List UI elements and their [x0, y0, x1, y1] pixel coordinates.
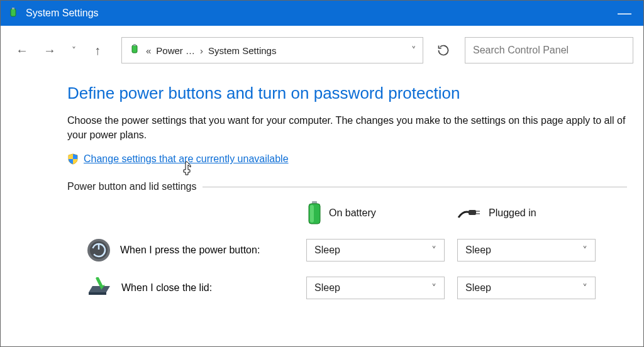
power-button-battery-value: Sleep: [314, 245, 340, 256]
address-dropdown[interactable]: ˅: [411, 45, 416, 56]
svg-rect-7: [469, 210, 476, 215]
row-power-button: When I press the power button: Sleep ˅ S…: [86, 238, 608, 263]
column-battery-label: On battery: [329, 207, 376, 219]
power-button-battery-select[interactable]: Sleep ˅: [306, 239, 445, 262]
lid-icon: [86, 277, 113, 299]
section-label: Power button and lid settings: [67, 181, 196, 192]
change-settings-link[interactable]: Change settings that are currently unava…: [84, 153, 289, 165]
plug-icon: [457, 206, 482, 220]
change-settings-row: Change settings that are currently unava…: [67, 153, 627, 165]
toolbar: ← → ˅ ↑ « Power … › System Settings ˅: [1, 26, 643, 69]
section-header: Power button and lid settings: [67, 181, 627, 192]
close-lid-battery-value: Sleep: [314, 282, 340, 294]
power-button-plugged-value: Sleep: [465, 245, 491, 256]
svg-rect-8: [476, 211, 480, 212]
app-icon: [7, 7, 19, 19]
power-table: On battery Plugged in: [86, 201, 608, 299]
back-button[interactable]: ←: [11, 39, 33, 62]
page-title: Define power buttons and turn on passwor…: [67, 84, 627, 103]
svg-rect-0: [11, 9, 16, 16]
svg-rect-1: [12, 8, 14, 9]
refresh-button[interactable]: [432, 39, 455, 62]
close-lid-plugged-select[interactable]: Sleep ˅: [457, 277, 596, 299]
svg-rect-2: [132, 45, 137, 53]
search-input[interactable]: [465, 37, 633, 63]
breadcrumb-system-settings[interactable]: System Settings: [208, 45, 276, 56]
power-button-plugged-select[interactable]: Sleep ˅: [457, 239, 596, 262]
up-button[interactable]: ↑: [86, 39, 109, 62]
battery-icon: [306, 201, 323, 225]
column-plugged: Plugged in: [457, 206, 608, 220]
content: Define power buttons and turn on passwor…: [1, 69, 643, 299]
chevron-down-icon: ˅: [431, 245, 436, 256]
window-title: System Settings: [26, 8, 612, 19]
power-icon: [86, 238, 111, 263]
address-bar[interactable]: « Power … › System Settings ˅: [121, 37, 423, 63]
chevron-down-icon: ˅: [431, 282, 436, 294]
column-battery: On battery: [306, 201, 457, 225]
address-icon: [128, 43, 141, 58]
row-power-label: When I press the power button:: [120, 245, 260, 256]
close-lid-battery-select[interactable]: Sleep ˅: [306, 277, 445, 299]
breadcrumb-sep: ›: [200, 45, 203, 56]
breadcrumb-power[interactable]: Power …: [156, 45, 195, 56]
titlebar: System Settings —: [1, 1, 643, 26]
svg-rect-9: [476, 213, 480, 214]
recent-dropdown[interactable]: ˅: [66, 39, 81, 62]
minimize-button[interactable]: —: [612, 7, 637, 19]
column-plugged-label: Plugged in: [489, 207, 536, 219]
section-rule: [203, 187, 627, 187]
svg-rect-6: [310, 205, 314, 223]
row-lid-label: When I close the lid:: [121, 282, 212, 294]
breadcrumb-prefix: «: [146, 45, 151, 56]
forward-button[interactable]: →: [38, 39, 61, 62]
page-description: Choose the power settings that you want …: [67, 113, 627, 142]
chevron-down-icon: ˅: [582, 282, 587, 294]
chevron-down-icon: ˅: [582, 245, 587, 256]
close-lid-plugged-value: Sleep: [465, 282, 491, 294]
svg-rect-3: [133, 44, 136, 46]
shield-icon: [67, 153, 79, 165]
row-close-lid: When I close the lid: Sleep ˅ Sleep ˅: [86, 277, 608, 299]
